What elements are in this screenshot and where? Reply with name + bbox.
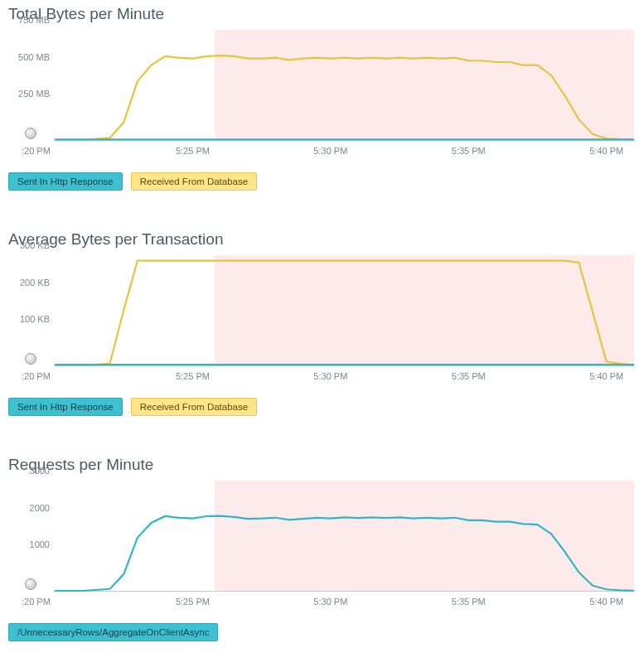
x-tick-label: 5:35 PM <box>452 371 486 381</box>
chart-block: Total Bytes per Minute250 MB500 MB750 MB… <box>8 5 636 191</box>
x-tick-label: 5:25 PM <box>176 146 210 156</box>
y-axis: 250 MB500 MB750 MB <box>8 30 53 141</box>
x-tick-label: 5:30 PM <box>313 597 347 607</box>
y-tick-label: 200 KB <box>20 278 50 288</box>
x-tick-label: 5:35 PM <box>452 146 486 156</box>
legend-item[interactable]: /UnnecessaryRows/AggregateOnClientAsync <box>8 623 218 641</box>
y-axis: 100020003000 <box>8 481 53 592</box>
legend-item[interactable]: Received From Database <box>131 172 257 191</box>
legend: /UnnecessaryRows/AggregateOnClientAsync <box>8 623 636 641</box>
y-tick-label: 300 KB <box>20 240 50 250</box>
chart-block: Average Bytes per Transaction100 KB200 K… <box>8 230 636 416</box>
series-line <box>55 516 634 591</box>
x-tick-label: 5:40 PM <box>589 371 623 381</box>
chart-title: Total Bytes per Minute <box>8 5 636 23</box>
y-tick-label: 750 MB <box>18 15 50 25</box>
x-tick-label: 5:25 PM <box>176 597 210 607</box>
series-line <box>55 56 634 140</box>
y-tick-label: 100 KB <box>20 314 50 324</box>
x-tick-label: 5:30 PM <box>313 146 347 156</box>
range-handle-icon[interactable] <box>25 578 36 590</box>
y-axis: 100 KB200 KB300 KB <box>8 255 53 366</box>
chart-lines <box>55 255 634 365</box>
chart-lines <box>55 481 634 591</box>
plot-region[interactable] <box>55 255 634 366</box>
chart-block: Requests per Minute100020003000:20 PM5:2… <box>8 456 636 641</box>
chart-area: 100 KB200 KB300 KB:20 PM5:25 PM5:30 PM5:… <box>8 255 636 386</box>
plot-region[interactable] <box>55 30 634 141</box>
x-axis: :20 PM5:25 PM5:30 PM5:35 PM5:40 PM <box>55 144 634 161</box>
chart-title: Requests per Minute <box>8 456 636 474</box>
range-handle-icon[interactable] <box>25 353 36 365</box>
y-tick-label: 3000 <box>30 466 50 476</box>
legend: Sent In Http ResponseReceived From Datab… <box>8 398 636 416</box>
chart-area: 100020003000:20 PM5:25 PM5:30 PM5:35 PM5… <box>8 481 636 612</box>
chart-area: 250 MB500 MB750 MB:20 PM5:25 PM5:30 PM5:… <box>8 30 636 161</box>
x-tick-label: :20 PM <box>22 597 51 607</box>
x-tick-label: :20 PM <box>22 371 51 381</box>
plot-region[interactable] <box>55 481 634 592</box>
y-tick-label: 1000 <box>30 539 50 549</box>
x-tick-label: 5:35 PM <box>452 597 486 607</box>
x-tick-label: 5:30 PM <box>313 371 347 381</box>
x-tick-label: :20 PM <box>22 146 51 156</box>
x-tick-label: 5:25 PM <box>176 371 210 381</box>
series-line <box>55 261 634 365</box>
y-tick-label: 500 MB <box>18 52 50 62</box>
legend-item[interactable]: Received From Database <box>131 398 257 416</box>
y-tick-label: 2000 <box>30 503 50 513</box>
y-tick-label: 250 MB <box>18 89 50 99</box>
chart-lines <box>55 30 634 140</box>
range-handle-icon[interactable] <box>25 128 36 139</box>
x-tick-label: 5:40 PM <box>589 597 623 607</box>
x-tick-label: 5:40 PM <box>589 146 623 156</box>
chart-title: Average Bytes per Transaction <box>8 230 636 249</box>
legend-item[interactable]: Sent In Http Response <box>8 172 123 191</box>
legend-item[interactable]: Sent In Http Response <box>8 398 123 416</box>
legend: Sent In Http ResponseReceived From Datab… <box>8 172 636 191</box>
x-axis: :20 PM5:25 PM5:30 PM5:35 PM5:40 PM <box>55 595 634 612</box>
x-axis: :20 PM5:25 PM5:30 PM5:35 PM5:40 PM <box>55 370 634 386</box>
